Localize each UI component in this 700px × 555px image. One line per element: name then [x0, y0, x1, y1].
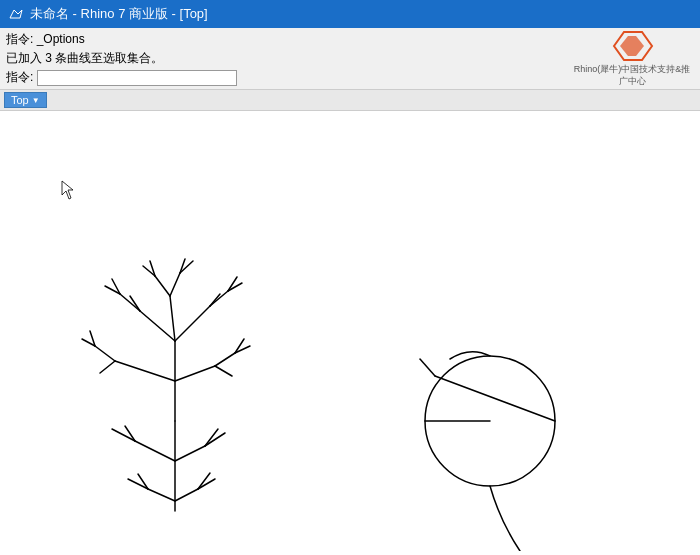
canvas-area	[0, 111, 700, 551]
rhino-icon	[8, 6, 24, 22]
svg-marker-49	[62, 181, 73, 199]
svg-line-6	[115, 361, 175, 381]
command-input[interactable]	[37, 70, 237, 86]
svg-line-28	[170, 273, 180, 296]
viewport-label-area: Top ▼	[0, 90, 700, 111]
svg-line-47	[435, 376, 555, 421]
svg-marker-0	[10, 10, 22, 18]
command-prompt-label: 指令:	[6, 69, 33, 86]
svg-line-46	[420, 359, 435, 376]
svg-line-15	[215, 353, 235, 366]
viewport-dropdown-arrow: ▼	[32, 96, 40, 105]
svg-line-33	[135, 441, 175, 461]
shaper3d-logo-icon: SHAPER3D	[606, 28, 658, 64]
svg-marker-2	[620, 36, 644, 56]
svg-line-10	[170, 296, 175, 341]
svg-line-24	[210, 294, 220, 306]
svg-line-34	[175, 446, 205, 461]
svg-line-38	[205, 429, 218, 446]
title-bar: 未命名 - Rhino 7 商业版 - [Top]	[0, 0, 700, 28]
svg-line-39	[148, 489, 175, 501]
svg-line-44	[198, 473, 210, 489]
svg-line-37	[205, 433, 225, 446]
title-text: 未命名 - Rhino 7 商业版 - [Top]	[30, 5, 208, 23]
svg-line-9	[175, 306, 210, 341]
viewport-label-text: Top	[11, 94, 29, 106]
svg-line-12	[100, 361, 115, 373]
logo-brand-text: Rhino(犀牛)中国技术支持&推广中心	[572, 64, 692, 87]
svg-line-8	[140, 311, 175, 341]
tree-drawing	[82, 259, 250, 511]
svg-line-27	[155, 276, 170, 296]
svg-line-43	[198, 479, 215, 489]
svg-line-7	[175, 366, 215, 381]
drawing-canvas	[0, 111, 700, 551]
cursor	[62, 181, 73, 199]
svg-line-40	[175, 489, 198, 501]
svg-line-16	[215, 366, 232, 376]
logo-area: SHAPER3D Rhino(犀牛)中国技术支持&推广中心	[572, 28, 692, 87]
circle-curve-drawing	[420, 352, 555, 551]
viewport-label-button[interactable]: Top ▼	[4, 92, 47, 108]
svg-line-11	[95, 346, 115, 361]
